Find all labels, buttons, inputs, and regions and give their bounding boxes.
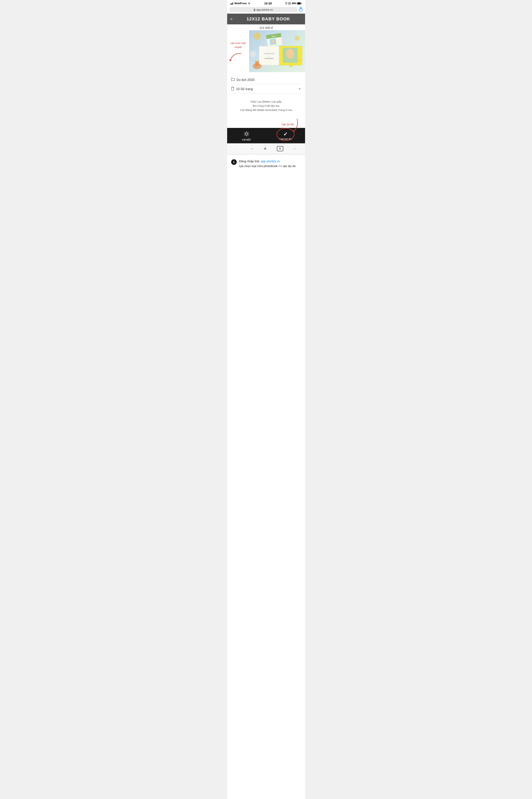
back-button[interactable]: < — [230, 17, 233, 21]
instruction-number: 1 — [231, 159, 237, 165]
status-bar: MobiFone 10:20 88% — [227, 0, 305, 6]
browser-nav: ← → + 5 ··· — [227, 143, 305, 154]
svg-rect-9 — [298, 3, 301, 4]
annotation-text: lựa chọn loại mnptb — [227, 41, 249, 49]
share-icon — [299, 7, 303, 12]
product-section: lựa chọn loại mnptb — [227, 30, 305, 72]
browser-back-button[interactable]: ← — [235, 146, 239, 151]
carrier-info: MobiFone — [230, 2, 251, 5]
page-title: 12X12 BABY BOOK — [235, 16, 302, 22]
battery-pct: 88% — [292, 2, 297, 5]
browser-forward-button[interactable]: → — [249, 146, 253, 151]
specs-area: Giấy Lụa (Matte) Loại giấy Bìa Cứng Chất… — [227, 97, 305, 116]
dropdown-arrow-icon: ▼ — [299, 88, 301, 90]
lock-icon — [253, 8, 255, 11]
gear-icon — [244, 131, 249, 137]
spec-paper: Giấy Lụa (Matte) Loại giấy — [231, 100, 301, 103]
clock: 10:20 — [264, 2, 272, 5]
browser-more-button[interactable]: ··· — [293, 146, 297, 151]
phone-screen: MobiFone 10:20 88% — [227, 0, 305, 799]
svg-rect-0 — [230, 4, 231, 5]
spacer-section: tạo dự án — [227, 116, 305, 128]
signal-icon — [230, 2, 234, 5]
settings-label: CÀI ĐẶT — [242, 139, 251, 141]
carrier-name: MobiFone — [234, 2, 247, 5]
instruction-text: Đăng nhập link: app.artclick.vn lựa chọn… — [239, 159, 296, 168]
instruction-text-line2: lựa chọn loại mini photobook => tạo dự á… — [239, 164, 296, 168]
product-image: I GREW BIGGER and STRONGER BABY ★ ★ — [249, 30, 305, 72]
svg-point-4 — [249, 4, 249, 4]
create-arrow-icon — [287, 118, 301, 134]
alarm-icon — [288, 2, 291, 5]
wifi-icon — [248, 2, 251, 5]
svg-point-13 — [294, 36, 300, 41]
create-project-label: TẠO DỰ ÁN — [279, 138, 292, 140]
svg-text:and: and — [268, 56, 270, 57]
folder-name: Du lịch 2020 — [237, 78, 301, 82]
tab-switcher-button[interactable]: 5 — [277, 146, 283, 151]
spec-laminate: Cán Màng Mờ (Matte laminated) Trang trí … — [231, 109, 301, 112]
svg-point-14 — [250, 51, 256, 57]
svg-point-5 — [285, 2, 287, 4]
instruction-section: 1 Đăng nhập link: app.artclick.vn lựa ch… — [227, 154, 305, 174]
svg-rect-8 — [301, 3, 302, 4]
url-field[interactable]: app.artclick.vn — [230, 7, 297, 13]
doc-svg — [231, 87, 234, 90]
svg-point-19 — [286, 49, 294, 59]
url-bar: app.artclick.vn — [227, 6, 305, 14]
instruction-link[interactable]: app.artclick.vn — [261, 160, 280, 163]
svg-text:I GREW BIGGER: I GREW BIGGER — [264, 53, 274, 54]
instruction-row-1: 1 Đăng nhập link: app.artclick.vn lựa ch… — [231, 159, 301, 168]
svg-rect-10 — [254, 10, 255, 11]
folder-svg — [231, 78, 235, 81]
folder-field[interactable]: Du lịch 2020 — [231, 75, 301, 84]
share-button[interactable] — [299, 7, 303, 13]
price-display: 121.000 đ — [227, 24, 305, 30]
content-area: Du lịch 2020 10 Số trang ▼ — [227, 72, 305, 97]
settings-icon — [244, 131, 249, 138]
svg-rect-1 — [231, 3, 232, 5]
url-text: app.artclick.vn — [256, 8, 273, 11]
svg-point-12 — [253, 33, 261, 40]
battery-icon — [297, 2, 302, 5]
location-icon — [285, 2, 287, 5]
app-header: < 12X12 BABY BOOK — [227, 14, 305, 24]
spec-cover: Bìa Cứng Chất liệu bìa — [231, 104, 301, 107]
svg-text:STRONGER: STRONGER — [265, 58, 274, 59]
pages-value: 10 Số trang — [236, 87, 297, 91]
annotation-arrow-icon — [227, 51, 245, 62]
folder-icon — [231, 78, 235, 82]
document-icon — [231, 87, 234, 91]
settings-button[interactable]: CÀI ĐẶT — [227, 130, 266, 142]
annotation-left-panel: lựa chọn loại mnptb — [227, 30, 249, 72]
browser-add-tab-button[interactable]: + — [264, 146, 267, 152]
svg-text:★: ★ — [298, 58, 301, 62]
system-icons: 88% — [285, 2, 302, 5]
pages-field[interactable]: 10 Số trang ▼ — [231, 84, 301, 94]
svg-rect-2 — [232, 3, 233, 5]
svg-point-35 — [246, 133, 248, 135]
svg-rect-3 — [233, 2, 233, 5]
